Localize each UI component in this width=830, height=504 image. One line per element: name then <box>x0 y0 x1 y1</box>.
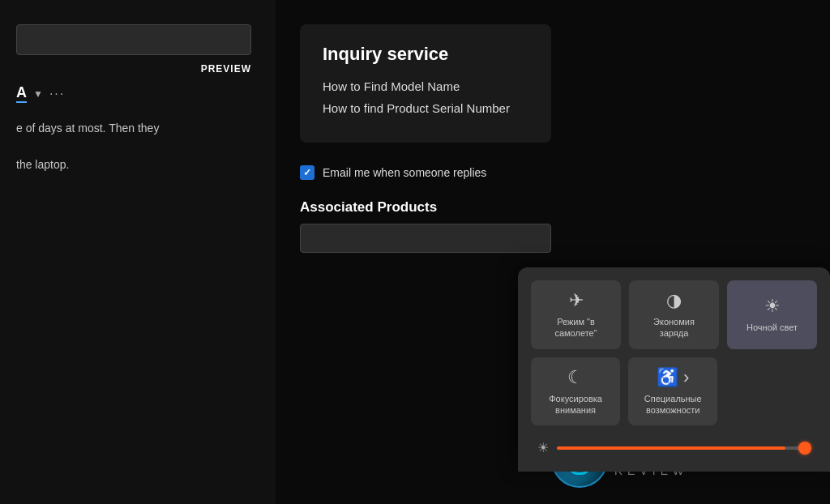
focus-label: Фокусировка внимания <box>541 393 610 416</box>
inquiry-card: Inquiry service How to Find Model Name H… <box>300 24 551 143</box>
airplane-label: Режим "в самолете" <box>541 316 611 340</box>
battery-label: Экономия заряда <box>639 316 709 340</box>
brightness-row: ☀ <box>531 437 817 459</box>
model-name-link[interactable]: How to Find Model Name <box>323 79 528 93</box>
text-line-1: e of days at most. Then they <box>16 119 259 137</box>
night-light-tile[interactable]: ☀ Ночной свет <box>727 280 817 349</box>
serial-number-link[interactable]: How to find Product Serial Number <box>323 101 528 115</box>
associated-input[interactable] <box>300 224 551 253</box>
email-checkbox[interactable] <box>300 165 314 180</box>
battery-icon: ◑ <box>666 290 682 311</box>
brightness-left-icon: ☀ <box>537 440 549 455</box>
night-light-icon: ☀ <box>764 296 781 317</box>
accessibility-label: Специальные возможности <box>638 393 708 416</box>
text-line-2: the laptop. <box>16 156 259 173</box>
focus-tile[interactable]: ☾ Фокусировка внимания <box>531 357 620 426</box>
quick-settings-grid-row2: ☾ Фокусировка внимания ♿ › Специальные в… <box>531 357 717 426</box>
font-size-label: A <box>16 84 27 103</box>
more-options-icon[interactable]: ··· <box>49 87 65 101</box>
search-input[interactable] <box>16 24 251 55</box>
airplane-mode-tile[interactable]: ✈ Режим "в самолете" <box>531 280 621 349</box>
preview-label: PREVIEW <box>16 63 259 75</box>
brightness-slider-thumb <box>798 442 811 455</box>
quick-settings-grid-row1: ✈ Режим "в самолете" ◑ Экономия заряда ☀… <box>531 280 817 349</box>
accessibility-tile[interactable]: ♿ › Специальные возможности <box>628 357 717 426</box>
font-controls: A ▼ ··· <box>16 84 259 103</box>
airplane-icon: ✈ <box>569 290 584 311</box>
battery-saver-tile[interactable]: ◑ Экономия заряда <box>629 280 719 349</box>
focus-icon: ☾ <box>567 367 584 388</box>
brightness-slider[interactable] <box>557 446 811 450</box>
left-panel: PREVIEW A ▼ ··· e of days at most. Then … <box>0 0 276 504</box>
quick-settings-panel: ✈ Режим "в самолете" ◑ Экономия заряда ☀… <box>518 267 830 472</box>
text-content: e of days at most. Then they the laptop. <box>16 119 259 173</box>
brightness-slider-fill <box>557 446 785 450</box>
font-dropdown-icon[interactable]: ▼ <box>33 88 43 100</box>
email-row: Email me when someone replies <box>300 165 802 180</box>
email-label: Email me when someone replies <box>323 166 486 179</box>
inquiry-title: Inquiry service <box>323 44 528 65</box>
associated-title: Associated Products <box>300 199 802 216</box>
accessibility-icon: ♿ › <box>657 367 689 388</box>
night-light-label: Ночной свет <box>747 322 798 333</box>
